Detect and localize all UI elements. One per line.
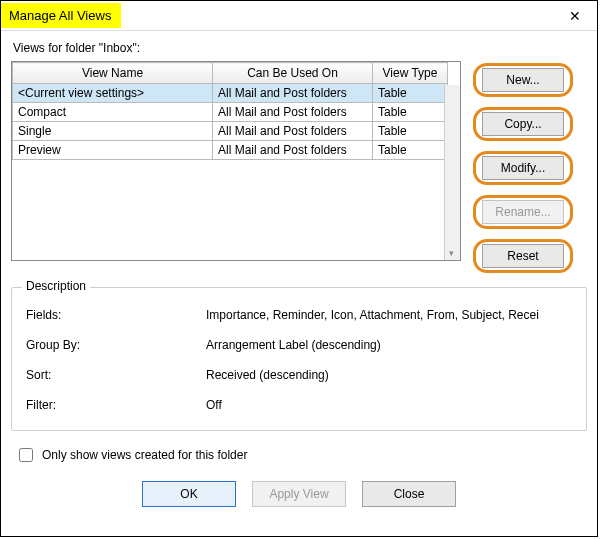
highlight: Modify... bbox=[473, 151, 573, 185]
table-row[interactable]: Preview All Mail and Post folders Table bbox=[13, 141, 448, 160]
chevron-down-icon: ▾ bbox=[449, 248, 454, 258]
desc-row-filter: Filter: Off bbox=[26, 390, 572, 420]
table-header-row: View Name Can Be Used On View Type bbox=[13, 63, 448, 84]
only-this-folder-checkbox[interactable] bbox=[19, 448, 33, 462]
table-row[interactable]: Compact All Mail and Post folders Table bbox=[13, 103, 448, 122]
views-table-wrap: View Name Can Be Used On View Type <Curr… bbox=[11, 61, 461, 261]
cell-view-name: Single bbox=[13, 122, 213, 141]
col-view-name[interactable]: View Name bbox=[13, 63, 213, 84]
reset-button[interactable]: Reset bbox=[482, 244, 564, 268]
cell-used-on: All Mail and Post folders bbox=[213, 141, 373, 160]
rename-button: Rename... bbox=[482, 200, 564, 224]
group-by-value[interactable]: Arrangement Label (descending) bbox=[206, 338, 572, 352]
description-legend: Description bbox=[22, 279, 90, 293]
footer-buttons: OK Apply View Close bbox=[11, 481, 587, 507]
desc-row-group: Group By: Arrangement Label (descending) bbox=[26, 330, 572, 360]
close-icon[interactable]: ✕ bbox=[553, 1, 597, 31]
views-table[interactable]: View Name Can Be Used On View Type <Curr… bbox=[12, 62, 448, 160]
description-group: Description Fields: Importance, Reminder… bbox=[11, 287, 587, 431]
dialog-body: Views for folder "Inbox": View Name Can … bbox=[1, 31, 597, 507]
close-button[interactable]: Close bbox=[362, 481, 456, 507]
cell-used-on: All Mail and Post folders bbox=[213, 103, 373, 122]
cell-used-on: All Mail and Post folders bbox=[213, 122, 373, 141]
cell-view-type: Table bbox=[373, 103, 448, 122]
table-row[interactable]: <Current view settings> All Mail and Pos… bbox=[13, 84, 448, 103]
sort-value[interactable]: Received (descending) bbox=[206, 368, 572, 382]
col-view-type[interactable]: View Type bbox=[373, 63, 448, 84]
only-this-folder-row[interactable]: Only show views created for this folder bbox=[15, 445, 583, 465]
dialog-title: Manage All Views bbox=[1, 3, 121, 28]
ok-button[interactable]: OK bbox=[142, 481, 236, 507]
highlight: Rename... bbox=[473, 195, 573, 229]
manage-views-dialog: Manage All Views ✕ Views for folder "Inb… bbox=[0, 0, 598, 537]
main-row: View Name Can Be Used On View Type <Curr… bbox=[11, 61, 587, 273]
table-row[interactable]: Single All Mail and Post folders Table bbox=[13, 122, 448, 141]
cell-view-type: Table bbox=[373, 141, 448, 160]
fields-label: Fields: bbox=[26, 308, 206, 322]
new-button[interactable]: New... bbox=[482, 68, 564, 92]
sort-label: Sort: bbox=[26, 368, 206, 382]
titlebar: Manage All Views ✕ bbox=[1, 1, 597, 31]
apply-button: Apply View bbox=[252, 481, 346, 507]
scrollbar[interactable]: ▾ bbox=[444, 85, 460, 260]
desc-row-sort: Sort: Received (descending) bbox=[26, 360, 572, 390]
highlight: Reset bbox=[473, 239, 573, 273]
cell-view-name: Compact bbox=[13, 103, 213, 122]
fields-value[interactable]: Importance, Reminder, Icon, Attachment, … bbox=[206, 308, 572, 322]
cell-view-name: <Current view settings> bbox=[13, 84, 213, 103]
highlight: Copy... bbox=[473, 107, 573, 141]
copy-button[interactable]: Copy... bbox=[482, 112, 564, 136]
desc-row-fields: Fields: Importance, Reminder, Icon, Atta… bbox=[26, 300, 572, 330]
highlight: New... bbox=[473, 63, 573, 97]
cell-view-name: Preview bbox=[13, 141, 213, 160]
folder-label: Views for folder "Inbox": bbox=[13, 41, 587, 55]
side-buttons: New... Copy... Modify... Rename... Reset bbox=[473, 61, 573, 273]
cell-view-type: Table bbox=[373, 122, 448, 141]
col-can-be-used[interactable]: Can Be Used On bbox=[213, 63, 373, 84]
only-this-folder-label: Only show views created for this folder bbox=[42, 448, 247, 462]
group-by-label: Group By: bbox=[26, 338, 206, 352]
filter-label: Filter: bbox=[26, 398, 206, 412]
cell-used-on: All Mail and Post folders bbox=[213, 84, 373, 103]
filter-value[interactable]: Off bbox=[206, 398, 572, 412]
modify-button[interactable]: Modify... bbox=[482, 156, 564, 180]
cell-view-type: Table bbox=[373, 84, 448, 103]
